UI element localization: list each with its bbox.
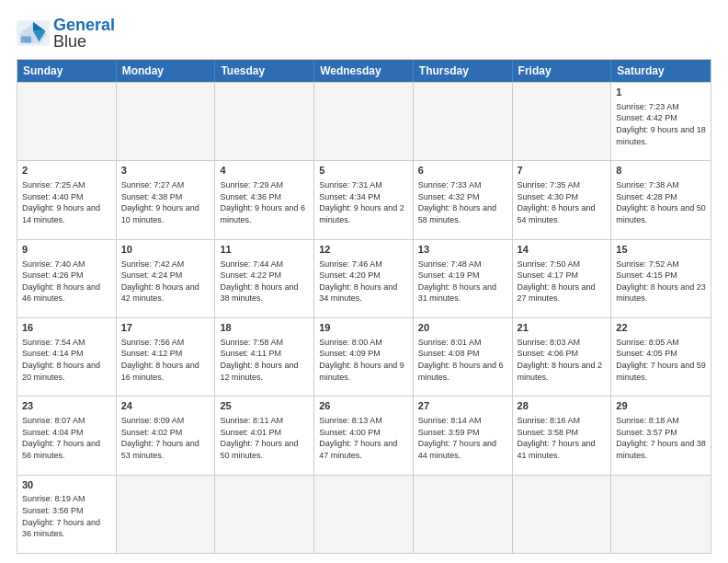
- logo: GeneralBlue: [17, 17, 115, 50]
- cell-info: Sunrise: 7:31 AMSunset: 4:34 PMDaylight:…: [319, 179, 408, 225]
- calendar-cell: 27Sunrise: 8:14 AMSunset: 3:59 PMDayligh…: [414, 396, 513, 474]
- calendar-cell: [117, 83, 216, 160]
- calendar-cell: 28Sunrise: 8:16 AMSunset: 3:58 PMDayligh…: [513, 396, 612, 474]
- day-number: 11: [220, 243, 309, 257]
- calendar-cell: 30Sunrise: 8:19 AMSunset: 3:56 PMDayligh…: [17, 476, 117, 553]
- day-number: 10: [121, 243, 210, 257]
- calendar-header: SundayMondayTuesdayWednesdayThursdayFrid…: [17, 60, 711, 82]
- calendar-cell: 18Sunrise: 7:58 AMSunset: 4:11 PMDayligh…: [215, 318, 314, 396]
- calendar: SundayMondayTuesdayWednesdayThursdayFrid…: [17, 59, 711, 554]
- calendar-week-1: 1Sunrise: 7:23 AMSunset: 4:42 PMDaylight…: [17, 82, 711, 160]
- cell-info: Sunrise: 7:54 AMSunset: 4:14 PMDaylight:…: [22, 337, 111, 383]
- day-number: 19: [319, 321, 408, 335]
- cell-info: Sunrise: 8:13 AMSunset: 4:00 PMDaylight:…: [319, 415, 408, 461]
- cell-info: Sunrise: 8:03 AMSunset: 4:06 PMDaylight:…: [518, 337, 607, 383]
- cell-info: Sunrise: 8:11 AMSunset: 4:01 PMDaylight:…: [220, 415, 309, 461]
- cell-info: Sunrise: 8:01 AMSunset: 4:08 PMDaylight:…: [418, 337, 507, 383]
- calendar-cell: [611, 476, 711, 553]
- cell-info: Sunrise: 7:40 AMSunset: 4:26 PMDaylight:…: [22, 259, 111, 304]
- cell-info: Sunrise: 8:09 AMSunset: 4:02 PMDaylight:…: [121, 415, 210, 461]
- day-number: 4: [220, 164, 309, 178]
- cell-info: Sunrise: 7:44 AMSunset: 4:22 PMDaylight:…: [220, 259, 309, 304]
- calendar-cell: [513, 476, 612, 553]
- day-number: 25: [220, 399, 309, 413]
- cell-info: Sunrise: 8:00 AMSunset: 4:09 PMDaylight:…: [319, 337, 408, 383]
- day-header-friday: Friday: [513, 60, 612, 82]
- calendar-cell: 19Sunrise: 8:00 AMSunset: 4:09 PMDayligh…: [314, 318, 414, 396]
- cell-info: Sunrise: 7:27 AMSunset: 4:38 PMDaylight:…: [121, 179, 210, 225]
- calendar-cell: [215, 476, 314, 553]
- calendar-cell: [117, 476, 216, 553]
- cell-info: Sunrise: 7:46 AMSunset: 4:20 PMDaylight:…: [319, 259, 408, 304]
- day-number: 22: [616, 321, 706, 335]
- cell-info: Sunrise: 7:25 AMSunset: 4:40 PMDaylight:…: [22, 179, 111, 225]
- cell-info: Sunrise: 7:35 AMSunset: 4:30 PMDaylight:…: [518, 179, 607, 225]
- calendar-cell: 12Sunrise: 7:46 AMSunset: 4:20 PMDayligh…: [314, 240, 414, 317]
- calendar-cell: [414, 476, 513, 553]
- calendar-cell: 24Sunrise: 8:09 AMSunset: 4:02 PMDayligh…: [117, 396, 216, 474]
- svg-rect-4: [20, 37, 31, 43]
- calendar-cell: 20Sunrise: 8:01 AMSunset: 4:08 PMDayligh…: [414, 318, 513, 396]
- day-number: 26: [319, 399, 408, 413]
- cell-info: Sunrise: 8:19 AMSunset: 3:56 PMDaylight:…: [22, 493, 111, 539]
- cell-info: Sunrise: 7:23 AMSunset: 4:42 PMDaylight:…: [616, 101, 706, 147]
- calendar-week-2: 2Sunrise: 7:25 AMSunset: 4:40 PMDaylight…: [17, 160, 711, 238]
- logo-text: GeneralBlue: [53, 17, 115, 50]
- day-header-sunday: Sunday: [17, 60, 117, 82]
- cell-info: Sunrise: 8:18 AMSunset: 3:57 PMDaylight:…: [616, 415, 706, 461]
- day-header-monday: Monday: [117, 60, 216, 82]
- cell-info: Sunrise: 8:16 AMSunset: 3:58 PMDaylight:…: [518, 415, 607, 461]
- cell-info: Sunrise: 8:05 AMSunset: 4:05 PMDaylight:…: [616, 337, 706, 383]
- cell-info: Sunrise: 7:58 AMSunset: 4:11 PMDaylight:…: [220, 337, 309, 383]
- day-number: 30: [22, 478, 111, 492]
- day-number: 14: [518, 243, 607, 257]
- day-number: 8: [616, 164, 706, 178]
- day-header-wednesday: Wednesday: [314, 60, 414, 82]
- day-header-saturday: Saturday: [611, 60, 711, 82]
- calendar-cell: 1Sunrise: 7:23 AMSunset: 4:42 PMDaylight…: [611, 83, 711, 160]
- calendar-cell: 2Sunrise: 7:25 AMSunset: 4:40 PMDaylight…: [17, 161, 117, 238]
- cell-info: Sunrise: 8:14 AMSunset: 3:59 PMDaylight:…: [418, 415, 507, 461]
- calendar-week-5: 23Sunrise: 8:07 AMSunset: 4:04 PMDayligh…: [17, 396, 711, 474]
- cell-info: Sunrise: 7:38 AMSunset: 4:28 PMDaylight:…: [616, 179, 706, 225]
- calendar-cell: 5Sunrise: 7:31 AMSunset: 4:34 PMDaylight…: [314, 161, 414, 238]
- day-number: 12: [319, 243, 408, 257]
- calendar-cell: 21Sunrise: 8:03 AMSunset: 4:06 PMDayligh…: [513, 318, 612, 396]
- calendar-body: 1Sunrise: 7:23 AMSunset: 4:42 PMDaylight…: [17, 82, 711, 553]
- cell-info: Sunrise: 7:29 AMSunset: 4:36 PMDaylight:…: [220, 179, 309, 225]
- calendar-cell: 17Sunrise: 7:56 AMSunset: 4:12 PMDayligh…: [117, 318, 216, 396]
- day-number: 1: [616, 86, 706, 99]
- calendar-cell: 8Sunrise: 7:38 AMSunset: 4:28 PMDaylight…: [611, 161, 711, 238]
- calendar-cell: 10Sunrise: 7:42 AMSunset: 4:24 PMDayligh…: [117, 240, 216, 317]
- calendar-cell: 4Sunrise: 7:29 AMSunset: 4:36 PMDaylight…: [215, 161, 314, 238]
- cell-info: Sunrise: 8:07 AMSunset: 4:04 PMDaylight:…: [22, 415, 111, 461]
- day-number: 5: [319, 164, 408, 178]
- day-number: 3: [121, 164, 210, 178]
- calendar-cell: 11Sunrise: 7:44 AMSunset: 4:22 PMDayligh…: [215, 240, 314, 317]
- cell-info: Sunrise: 7:33 AMSunset: 4:32 PMDaylight:…: [418, 179, 507, 225]
- day-number: 6: [418, 164, 507, 178]
- calendar-cell: 16Sunrise: 7:54 AMSunset: 4:14 PMDayligh…: [17, 318, 117, 396]
- day-number: 24: [121, 399, 210, 413]
- cell-info: Sunrise: 7:56 AMSunset: 4:12 PMDaylight:…: [121, 337, 210, 383]
- day-header-thursday: Thursday: [414, 60, 513, 82]
- day-number: 15: [616, 243, 706, 257]
- calendar-week-6: 30Sunrise: 8:19 AMSunset: 3:56 PMDayligh…: [17, 475, 711, 553]
- calendar-cell: 7Sunrise: 7:35 AMSunset: 4:30 PMDaylight…: [513, 161, 612, 238]
- calendar-cell: [215, 83, 314, 160]
- calendar-cell: 3Sunrise: 7:27 AMSunset: 4:38 PMDaylight…: [117, 161, 216, 238]
- cell-info: Sunrise: 7:52 AMSunset: 4:15 PMDaylight:…: [616, 259, 706, 304]
- day-number: 13: [418, 243, 507, 257]
- day-number: 23: [22, 399, 111, 413]
- day-number: 7: [518, 164, 607, 178]
- calendar-cell: [314, 476, 414, 553]
- calendar-cell: 22Sunrise: 8:05 AMSunset: 4:05 PMDayligh…: [611, 318, 711, 396]
- day-number: 17: [121, 321, 210, 335]
- calendar-cell: [17, 83, 117, 160]
- calendar-cell: 26Sunrise: 8:13 AMSunset: 4:00 PMDayligh…: [314, 396, 414, 474]
- day-number: 9: [22, 243, 111, 257]
- day-number: 16: [22, 321, 111, 335]
- calendar-week-4: 16Sunrise: 7:54 AMSunset: 4:14 PMDayligh…: [17, 317, 711, 396]
- day-number: 18: [220, 321, 309, 335]
- calendar-cell: 14Sunrise: 7:50 AMSunset: 4:17 PMDayligh…: [513, 240, 612, 317]
